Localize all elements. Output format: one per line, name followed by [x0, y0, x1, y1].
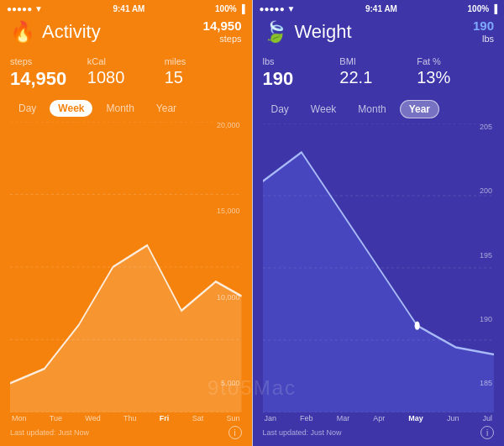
weight-chart-svg [263, 123, 495, 412]
activity-tab-year[interactable]: Year [148, 100, 185, 117]
x-wed: Wed [85, 414, 100, 422]
x-feb: Feb [300, 414, 313, 422]
fat-metric: Fat % 13% [417, 56, 494, 90]
weight-title: Weight [295, 21, 352, 43]
bmi-metric: BMI 22.1 [339, 56, 417, 90]
activity-tab-month[interactable]: Month [97, 100, 142, 117]
leaf-icon: 🍃 [263, 20, 288, 44]
kcal-value: 1080 [87, 68, 165, 87]
svg-marker-5 [10, 245, 242, 412]
activity-footer: Last updated: Just Now i [0, 422, 252, 446]
status-signal-right: ●●●●● ▼ [260, 4, 296, 13]
y-label-205: 205 [480, 123, 492, 131]
weight-tab-day[interactable]: Day [263, 100, 297, 118]
activity-chart-svg [10, 122, 242, 412]
weight-footer: Last updated: Just Now i [253, 422, 505, 446]
x-thu: Thu [123, 414, 137, 422]
activity-panel: ●●●●● ▼ 9:41 AM 100% ▐ 🔥 Activity 14,950… [0, 0, 252, 446]
activity-chart-area: 20,000 15,000 10,000 5,000 [0, 122, 252, 412]
weight-tab-week[interactable]: Week [302, 100, 344, 118]
x-tue: Tue [50, 414, 62, 422]
x-apr: Apr [373, 414, 385, 422]
x-mon: Mon [12, 414, 27, 422]
activity-main-number: 14,950 [203, 18, 242, 34]
bmi-label: BMI [339, 56, 417, 66]
weight-info-button[interactable]: i [480, 426, 494, 439]
activity-tab-bar: Day Week Month Year [0, 95, 252, 122]
miles-label: miles [165, 56, 242, 66]
activity-tab-day[interactable]: Day [10, 100, 45, 117]
x-fri: Fri [160, 414, 170, 422]
x-sat: Sat [192, 414, 204, 422]
weight-metrics: lbs 190 BMI 22.1 Fat % 13% [253, 51, 505, 95]
miles-value: 15 [165, 68, 242, 87]
x-jun: Jun [447, 414, 459, 422]
kcal-label: kCal [87, 56, 165, 66]
weight-last-updated: Last updated: Just Now [263, 428, 342, 437]
activity-x-axis: Mon Tue Wed Thu Fri Sat Sun [0, 412, 252, 422]
svg-marker-11 [263, 153, 495, 412]
fat-label: Fat % [417, 56, 494, 66]
lbs-value: 190 [263, 68, 340, 90]
miles-metric: miles 15 [165, 56, 242, 90]
status-time-right: 9:41 AM [365, 4, 397, 13]
weight-x-axis: Jan Feb Mar Apr May Jun Jul [253, 412, 505, 422]
status-signal-left: ●●●●● ▼ [7, 4, 43, 13]
kcal-metric: kCal 1080 [87, 56, 165, 90]
x-sun: Sun [226, 414, 239, 422]
activity-info-button[interactable]: i [228, 426, 242, 439]
y-label-10k: 10,000 [217, 294, 240, 302]
activity-title: Activity [42, 21, 101, 43]
fat-value: 13% [417, 68, 494, 87]
x-mar: Mar [337, 414, 350, 422]
weight-panel: ●●●●● ▼ 9:41 AM 100% ▐ 🍃 Weight 190 lbs … [253, 0, 505, 446]
weight-tab-bar: Day Week Month Year [253, 95, 505, 123]
y-label-195: 195 [480, 252, 492, 260]
y-label-200: 200 [480, 187, 492, 195]
y-label-190: 190 [480, 316, 492, 323]
y-label-5k: 5,000 [221, 380, 240, 387]
flame-icon: 🔥 [10, 20, 35, 44]
weight-tab-year[interactable]: Year [400, 100, 439, 118]
weight-main-number: 190 [473, 18, 494, 34]
activity-y-labels: 20,000 15,000 10,000 5,000 [217, 122, 240, 387]
y-label-15k: 15,000 [217, 207, 240, 215]
status-battery-right: 100% ▐ [468, 4, 497, 13]
status-battery-left: 100% ▐ [215, 4, 244, 13]
lbs-metric: lbs 190 [263, 56, 340, 90]
y-label-20k: 20,000 [217, 122, 240, 129]
weight-title-group: 🍃 Weight [263, 20, 352, 44]
weight-top-value: 190 lbs [473, 18, 494, 45]
svg-point-12 [414, 322, 419, 330]
x-jan: Jan [265, 414, 277, 422]
bmi-value: 22.1 [339, 68, 417, 87]
weight-tab-month[interactable]: Month [349, 100, 394, 118]
weight-y-labels: 205 200 195 190 185 [480, 123, 492, 387]
activity-last-updated: Last updated: Just Now [10, 428, 89, 437]
activity-tab-week[interactable]: Week [50, 100, 92, 117]
x-jul: Jul [482, 414, 492, 422]
activity-unit: steps [203, 34, 242, 45]
x-may: May [408, 414, 423, 422]
y-label-185: 185 [480, 380, 492, 387]
steps-value: 14,950 [10, 68, 87, 90]
status-time-left: 9:41 AM [113, 4, 144, 13]
activity-metrics: steps 14,950 kCal 1080 miles 15 [0, 51, 252, 95]
weight-chart-area: 205 200 195 190 185 [253, 123, 505, 412]
steps-metric: steps 14,950 [10, 56, 87, 90]
weight-unit: lbs [473, 34, 494, 45]
activity-title-group: 🔥 Activity [10, 20, 101, 44]
lbs-label: lbs [263, 56, 340, 66]
steps-label: steps [10, 56, 87, 66]
activity-top-value: 14,950 steps [203, 18, 242, 45]
